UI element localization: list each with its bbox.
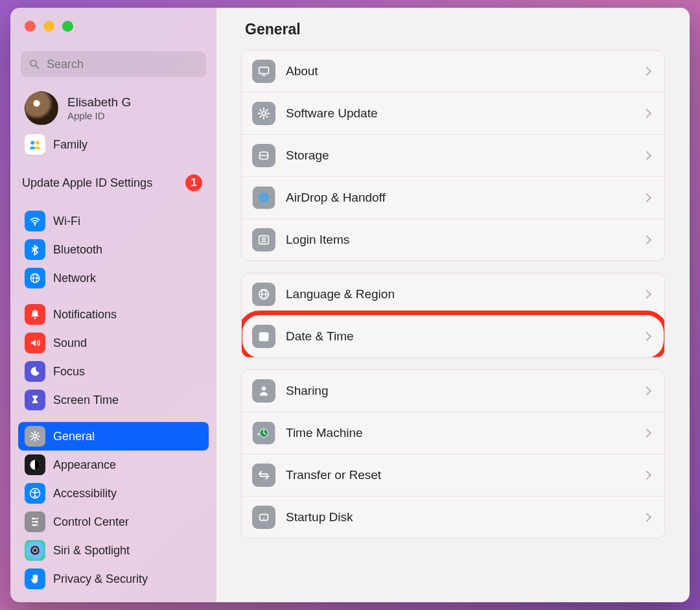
chevron-right-icon — [642, 386, 651, 395]
settings-row-label: AirDrop & Handoff — [286, 191, 633, 205]
main-panel: General AboutSoftware UpdateStorageAirDr… — [216, 8, 690, 602]
alert-badge: 1 — [185, 174, 202, 191]
sidebar-item-privacy-security[interactable]: Privacy & Security — [18, 565, 209, 593]
settings-section: Language & RegionDate & Time — [241, 273, 665, 358]
sidebar-item-accessibility[interactable]: Accessibility — [18, 479, 209, 508]
sidebar-item-label: Control Center — [53, 515, 129, 529]
close-icon[interactable] — [25, 21, 36, 32]
sidebar-item-label: Screen Time — [53, 393, 119, 407]
settings-row-language-region[interactable]: Language & Region — [242, 274, 664, 315]
chevron-right-icon — [642, 332, 651, 341]
chevron-right-icon — [642, 471, 651, 480]
sidebar-item-bluetooth[interactable]: Bluetooth — [18, 235, 209, 264]
sidebar-item-screen-time[interactable]: Screen Time — [18, 386, 209, 414]
settings-row-label: Login Items — [286, 233, 633, 247]
profile-sub: Apple ID — [67, 110, 131, 123]
settings-row-date-time[interactable]: Date & Time — [242, 315, 664, 357]
sidebar-item-family[interactable]: Family — [10, 129, 216, 163]
chevron-right-icon — [642, 290, 651, 299]
apple-id-profile[interactable]: Elisabeth G Apple ID — [10, 82, 216, 129]
sharing-icon — [252, 379, 275, 403]
chevron-right-icon — [642, 428, 651, 438]
sound-icon — [25, 333, 45, 353]
sidebar-group-focus: NotificationsSoundFocusScreen Time — [10, 296, 216, 418]
chevron-right-icon — [642, 235, 651, 244]
chevron-right-icon — [642, 151, 651, 160]
settings-row-time-machine[interactable]: Time Machine — [242, 412, 664, 454]
sidebar: Elisabeth G Apple ID Family Update Apple… — [10, 8, 216, 602]
profile-name: Elisabeth G — [67, 95, 131, 110]
svg-point-2 — [30, 141, 34, 145]
settings-row-software-update[interactable]: Software Update — [242, 92, 664, 134]
appearance-icon — [25, 454, 45, 475]
chevron-right-icon — [642, 513, 651, 522]
bluetooth-icon — [25, 239, 45, 260]
sidebar-item-wi-fi[interactable]: Wi-Fi — [18, 207, 209, 235]
sidebar-item-sound[interactable]: Sound — [18, 329, 209, 357]
settings-row-startup-disk[interactable]: Startup Disk — [242, 496, 664, 538]
alert-label: Update Apple ID Settings — [22, 176, 152, 190]
search-input[interactable] — [45, 57, 198, 72]
sidebar-item-label: Sound — [53, 336, 87, 350]
hand-icon — [25, 569, 45, 589]
avatar — [25, 91, 58, 125]
family-label: Family — [53, 138, 88, 152]
settings-section: AboutSoftware UpdateStorageAirDrop & Han… — [241, 50, 665, 261]
zoom-icon[interactable] — [62, 21, 73, 32]
sidebar-item-label: Network — [53, 272, 96, 285]
gear-icon — [25, 426, 45, 447]
sidebar-item-label: Bluetooth — [53, 243, 102, 257]
sidebar-item-control-center[interactable]: Control Center — [18, 508, 209, 536]
hourglass-icon — [25, 390, 45, 410]
sidebar-item-focus[interactable]: Focus — [18, 357, 209, 386]
globe-icon — [252, 283, 275, 306]
settings-row-sharing[interactable]: Sharing — [242, 370, 664, 412]
system-settings-window: Elisabeth G Apple ID Family Update Apple… — [10, 8, 690, 602]
bell-icon — [25, 304, 45, 325]
timemachine-icon — [252, 421, 275, 445]
settings-row-label: Startup Disk — [286, 510, 633, 524]
list-icon — [252, 228, 275, 252]
settings-row-label: Date & Time — [286, 329, 633, 344]
settings-row-label: Language & Region — [286, 287, 633, 301]
sidebar-group-system: GeneralAppearanceAccessibilityControl Ce… — [10, 418, 216, 597]
settings-row-label: Storage — [286, 148, 633, 163]
settings-row-label: Sharing — [286, 384, 633, 398]
airdrop-icon — [252, 186, 275, 209]
siri-icon — [25, 540, 45, 561]
svg-line-1 — [36, 65, 39, 69]
settings-row-label: Transfer or Reset — [286, 468, 633, 482]
sidebar-item-label: General — [53, 430, 95, 443]
accessibility-icon — [25, 483, 45, 504]
wifi-icon — [25, 211, 45, 231]
settings-section: SharingTime MachineTransfer or ResetStar… — [241, 370, 665, 539]
display-icon — [252, 60, 275, 83]
sidebar-item-label: Siri & Spotlight — [53, 544, 130, 557]
settings-row-label: About — [286, 64, 633, 78]
window-controls — [10, 8, 216, 32]
minimize-icon[interactable] — [43, 21, 54, 32]
settings-row-airdrop-handoff[interactable]: AirDrop & Handoff — [242, 176, 664, 218]
sidebar-group-network: Wi-FiBluetoothNetwork — [10, 203, 216, 296]
update-apple-id-settings[interactable]: Update Apple ID Settings 1 — [10, 163, 216, 203]
svg-point-0 — [30, 60, 36, 66]
settings-row-login-items[interactable]: Login Items — [242, 218, 664, 261]
sidebar-item-notifications[interactable]: Notifications — [18, 300, 209, 329]
sidebar-item-label: Accessibility — [53, 487, 117, 500]
calendar-icon — [252, 325, 275, 348]
settings-row-storage[interactable]: Storage — [242, 134, 664, 176]
chevron-right-icon — [642, 193, 651, 202]
globe-icon — [25, 268, 45, 288]
settings-row-label: Software Update — [286, 106, 633, 121]
settings-row-about[interactable]: About — [242, 51, 664, 92]
transfer-icon — [252, 463, 275, 487]
chevron-right-icon — [642, 109, 651, 118]
sidebar-item-appearance[interactable]: Appearance — [18, 451, 209, 479]
sidebar-item-general[interactable]: General — [18, 422, 209, 451]
chevron-right-icon — [642, 67, 651, 76]
sidebar-item-siri-spotlight[interactable]: Siri & Spotlight — [18, 536, 209, 565]
sidebar-item-network[interactable]: Network — [18, 264, 209, 292]
search-icon — [29, 58, 40, 70]
search-field[interactable] — [21, 51, 206, 77]
settings-row-transfer-or-reset[interactable]: Transfer or Reset — [242, 454, 664, 496]
